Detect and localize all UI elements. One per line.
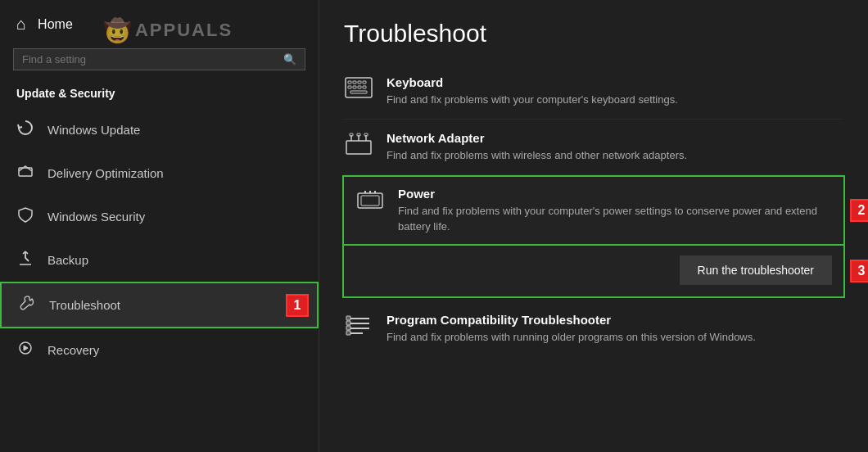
svg-rect-10	[358, 86, 361, 88]
sidebar-item-recovery[interactable]: Recovery	[0, 328, 319, 372]
sidebar-item-label-windows-update: Windows Update	[47, 123, 140, 137]
program-compatibility-item-content: Program Compatibility Troubleshooter Fin…	[387, 313, 843, 345]
svg-rect-18	[357, 133, 360, 136]
sidebar-item-windows-update[interactable]: Windows Update	[0, 108, 319, 151]
svg-rect-7	[363, 81, 366, 84]
run-troubleshooter-button[interactable]: Run the troubleshooter	[680, 255, 832, 285]
delivery-icon	[16, 163, 34, 183]
svg-rect-31	[346, 326, 350, 330]
sidebar-item-label-delivery-optimization: Delivery Optimization	[47, 166, 164, 180]
keyboard-item-title: Keyboard	[387, 75, 843, 89]
sidebar-item-delivery-optimization[interactable]: Delivery Optimization	[0, 151, 319, 195]
svg-rect-29	[346, 316, 350, 320]
recovery-icon	[16, 340, 34, 360]
home-label: Home	[38, 17, 73, 32]
svg-rect-32	[346, 331, 350, 335]
watermark: 🤠 APPUALS	[115, 10, 221, 51]
keyboard-icon	[344, 77, 373, 103]
svg-rect-30	[346, 321, 350, 325]
shield-icon	[16, 206, 34, 227]
main-content: Troubleshoot Keyboard Find and fix probl…	[319, 0, 868, 452]
program-compatibility-item-title: Program Compatibility Troubleshooter	[387, 313, 843, 327]
svg-rect-5	[353, 81, 356, 84]
wrench-icon	[18, 295, 36, 315]
power-icon	[355, 188, 385, 216]
keyboard-item-content: Keyboard Find and fix problems with your…	[387, 75, 843, 107]
search-input[interactable]	[22, 53, 283, 66]
svg-rect-4	[348, 81, 351, 84]
search-box[interactable]: 🔍	[13, 48, 305, 70]
power-item-title: Power	[398, 187, 832, 201]
sidebar-item-backup[interactable]: Backup	[0, 238, 319, 282]
svg-rect-8	[348, 86, 351, 88]
svg-rect-11	[363, 86, 366, 88]
power-item-desc: Find and fix problems with your computer…	[398, 204, 832, 233]
sidebar: ⌂ Home 🤠 APPUALS 🔍 Update & Security Win…	[0, 0, 319, 452]
svg-rect-13	[346, 141, 371, 154]
svg-rect-21	[361, 196, 379, 206]
windows-update-icon	[16, 120, 34, 140]
program-compatibility-item-desc: Find and fix problems with running older…	[387, 330, 843, 345]
badge-3: 3	[850, 260, 868, 282]
svg-rect-12	[350, 91, 367, 93]
sidebar-item-label-troubleshoot: Troubleshoot	[49, 298, 120, 312]
sidebar-item-label-backup: Backup	[47, 253, 88, 267]
network-adapter-item-title: Network Adapter	[387, 131, 843, 145]
network-adapter-icon	[344, 133, 373, 160]
home-icon: ⌂	[16, 15, 26, 34]
backup-icon	[16, 250, 34, 270]
keyboard-item-desc: Find and fix problems with your computer…	[387, 93, 843, 107]
sidebar-item-label-windows-security: Windows Security	[47, 210, 145, 224]
svg-rect-6	[358, 81, 361, 84]
svg-rect-19	[364, 133, 368, 136]
troubleshoot-item-power[interactable]: Power Find and fix problems with your co…	[342, 175, 845, 245]
network-adapter-item-content: Network Adapter Find and fix problems wi…	[387, 131, 843, 163]
page-title: Troubleshoot	[344, 20, 843, 47]
section-title: Update & Security	[0, 82, 319, 108]
network-adapter-item-desc: Find and fix problems with wireless and …	[387, 148, 843, 163]
sidebar-item-troubleshoot[interactable]: Troubleshoot 1	[0, 282, 319, 328]
power-item-content: Power Find and fix problems with your co…	[398, 187, 832, 233]
troubleshoot-item-program-compatibility[interactable]: Program Compatibility Troubleshooter Fin…	[344, 301, 843, 356]
run-troubleshooter-area: Run the troubleshooter 3	[342, 246, 845, 298]
watermark-text: APPUALS	[135, 20, 233, 41]
program-compatibility-icon	[344, 314, 373, 342]
svg-rect-9	[353, 86, 356, 88]
svg-rect-17	[350, 133, 353, 136]
sidebar-item-windows-security[interactable]: Windows Security	[0, 195, 319, 238]
troubleshoot-item-network-adapter[interactable]: Network Adapter Find and fix problems wi…	[344, 120, 843, 175]
badge-2: 2	[850, 199, 868, 222]
badge-1: 1	[286, 294, 309, 317]
sidebar-item-label-recovery: Recovery	[47, 343, 99, 357]
troubleshoot-item-keyboard[interactable]: Keyboard Find and fix problems with your…	[344, 64, 843, 120]
search-icon[interactable]: 🔍	[283, 53, 296, 66]
